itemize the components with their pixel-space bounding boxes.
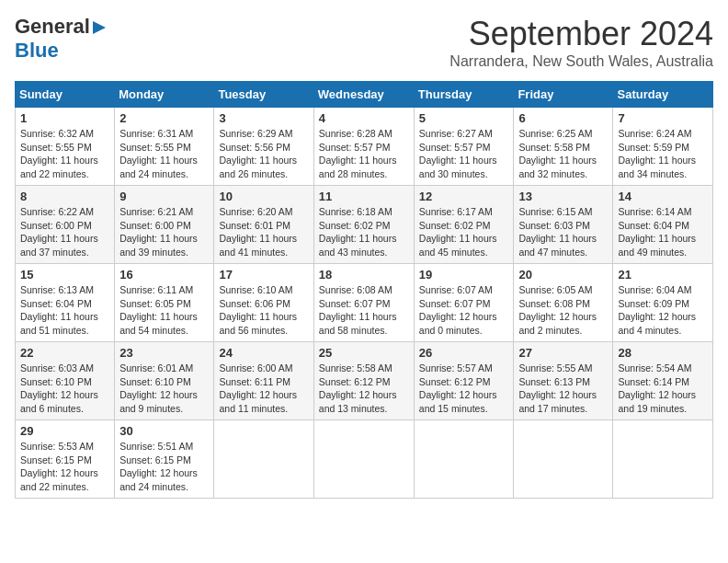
table-row: 11 Sunrise: 6:18 AM Sunset: 6:02 PM Dayl…	[313, 186, 414, 264]
table-row: 22 Sunrise: 6:03 AM Sunset: 6:10 PM Dayl…	[16, 342, 115, 420]
day-number: 16	[119, 268, 209, 282]
day-number: 8	[20, 190, 109, 203]
day-number: 28	[618, 346, 708, 360]
day-number: 17	[219, 268, 308, 282]
table-row	[514, 420, 613, 499]
day-info: Sunrise: 6:04 AM Sunset: 6:09 PM Dayligh…	[618, 283, 708, 338]
col-saturday: Saturday	[613, 82, 713, 108]
table-row: 7 Sunrise: 6:24 AM Sunset: 5:59 PM Dayli…	[613, 108, 713, 186]
day-info: Sunrise: 6:13 AM Sunset: 6:04 PM Dayligh…	[20, 283, 109, 338]
table-row: 15 Sunrise: 6:13 AM Sunset: 6:04 PM Dayl…	[16, 264, 115, 342]
day-number: 15	[20, 268, 109, 282]
calendar-week-row: 15 Sunrise: 6:13 AM Sunset: 6:04 PM Dayl…	[16, 264, 713, 342]
day-info: Sunrise: 6:18 AM Sunset: 6:02 PM Dayligh…	[319, 205, 409, 259]
day-info: Sunrise: 6:31 AM Sunset: 5:55 PM Dayligh…	[119, 127, 209, 181]
day-info: Sunrise: 6:11 AM Sunset: 6:05 PM Dayligh…	[119, 283, 209, 338]
calendar-week-row: 22 Sunrise: 6:03 AM Sunset: 6:10 PM Dayl…	[16, 342, 713, 420]
day-number: 18	[319, 268, 409, 282]
logo-blue-text: Blue	[15, 39, 59, 62]
day-info: Sunrise: 6:22 AM Sunset: 6:00 PM Dayligh…	[20, 205, 109, 259]
day-info: Sunrise: 5:58 AM Sunset: 6:12 PM Dayligh…	[319, 362, 409, 416]
day-number: 20	[518, 268, 608, 282]
logo: General Blue	[15, 15, 108, 63]
day-info: Sunrise: 6:20 AM Sunset: 6:01 PM Dayligh…	[219, 205, 308, 259]
day-info: Sunrise: 6:29 AM Sunset: 5:56 PM Dayligh…	[219, 127, 308, 181]
day-number: 29	[20, 424, 109, 438]
day-number: 10	[219, 190, 308, 203]
day-number: 14	[618, 190, 708, 203]
col-thursday: Thursday	[414, 82, 514, 108]
table-row: 13 Sunrise: 6:15 AM Sunset: 6:03 PM Dayl…	[514, 186, 613, 264]
day-number: 5	[419, 111, 509, 125]
table-row	[613, 420, 713, 499]
day-info: Sunrise: 6:17 AM Sunset: 6:02 PM Dayligh…	[419, 205, 509, 259]
day-info: Sunrise: 6:00 AM Sunset: 6:11 PM Dayligh…	[219, 362, 308, 416]
day-number: 12	[419, 190, 509, 203]
table-row	[214, 420, 313, 499]
table-row: 28 Sunrise: 5:54 AM Sunset: 6:14 PM Dayl…	[613, 342, 713, 420]
table-row: 9 Sunrise: 6:21 AM Sunset: 6:00 PM Dayli…	[115, 186, 214, 264]
day-number: 25	[319, 346, 409, 360]
day-info: Sunrise: 6:14 AM Sunset: 6:04 PM Dayligh…	[618, 205, 708, 259]
table-row: 10 Sunrise: 6:20 AM Sunset: 6:01 PM Dayl…	[214, 186, 313, 264]
day-number: 7	[618, 111, 708, 125]
day-number: 21	[618, 268, 708, 282]
table-row: 16 Sunrise: 6:11 AM Sunset: 6:05 PM Dayl…	[115, 264, 214, 342]
table-row: 1 Sunrise: 6:32 AM Sunset: 5:55 PM Dayli…	[16, 108, 115, 186]
day-number: 9	[119, 190, 209, 203]
table-row: 20 Sunrise: 6:05 AM Sunset: 6:08 PM Dayl…	[514, 264, 613, 342]
table-row: 18 Sunrise: 6:08 AM Sunset: 6:07 PM Dayl…	[313, 264, 414, 342]
table-row: 29 Sunrise: 5:53 AM Sunset: 6:15 PM Dayl…	[16, 420, 115, 499]
calendar-table: Sunday Monday Tuesday Wednesday Thursday…	[15, 81, 713, 499]
day-number: 26	[419, 346, 509, 360]
day-info: Sunrise: 5:54 AM Sunset: 6:14 PM Dayligh…	[618, 362, 708, 416]
day-info: Sunrise: 6:27 AM Sunset: 5:57 PM Dayligh…	[419, 127, 509, 181]
day-number: 2	[119, 111, 209, 125]
table-row: 12 Sunrise: 6:17 AM Sunset: 6:02 PM Dayl…	[414, 186, 514, 264]
title-section: September 2024 Narrandera, New South Wal…	[449, 15, 713, 70]
day-info: Sunrise: 5:51 AM Sunset: 6:15 PM Dayligh…	[119, 440, 209, 494]
col-sunday: Sunday	[16, 82, 115, 108]
calendar-header-row: Sunday Monday Tuesday Wednesday Thursday…	[16, 82, 713, 108]
day-number: 30	[119, 424, 209, 438]
table-row	[313, 420, 414, 499]
table-row: 23 Sunrise: 6:01 AM Sunset: 6:10 PM Dayl…	[115, 342, 214, 420]
table-row: 24 Sunrise: 6:00 AM Sunset: 6:11 PM Dayl…	[214, 342, 313, 420]
table-row: 19 Sunrise: 6:07 AM Sunset: 6:07 PM Dayl…	[414, 264, 514, 342]
calendar-week-row: 8 Sunrise: 6:22 AM Sunset: 6:00 PM Dayli…	[16, 186, 713, 264]
col-tuesday: Tuesday	[214, 82, 313, 108]
col-wednesday: Wednesday	[313, 82, 414, 108]
day-number: 19	[419, 268, 509, 282]
svg-marker-0	[93, 21, 106, 34]
table-row: 14 Sunrise: 6:14 AM Sunset: 6:04 PM Dayl…	[613, 186, 713, 264]
table-row: 8 Sunrise: 6:22 AM Sunset: 6:00 PM Dayli…	[16, 186, 115, 264]
day-info: Sunrise: 5:57 AM Sunset: 6:12 PM Dayligh…	[419, 362, 509, 416]
calendar-week-row: 29 Sunrise: 5:53 AM Sunset: 6:15 PM Dayl…	[16, 420, 713, 499]
day-number: 6	[518, 111, 608, 125]
day-info: Sunrise: 6:08 AM Sunset: 6:07 PM Dayligh…	[319, 283, 409, 338]
day-info: Sunrise: 5:53 AM Sunset: 6:15 PM Dayligh…	[20, 440, 109, 494]
month-title: September 2024	[449, 15, 713, 53]
calendar-week-row: 1 Sunrise: 6:32 AM Sunset: 5:55 PM Dayli…	[16, 108, 713, 186]
day-info: Sunrise: 6:05 AM Sunset: 6:08 PM Dayligh…	[518, 283, 608, 338]
day-info: Sunrise: 6:25 AM Sunset: 5:58 PM Dayligh…	[518, 127, 608, 181]
table-row: 25 Sunrise: 5:58 AM Sunset: 6:12 PM Dayl…	[313, 342, 414, 420]
table-row: 6 Sunrise: 6:25 AM Sunset: 5:58 PM Dayli…	[514, 108, 613, 186]
day-number: 13	[518, 190, 608, 203]
day-info: Sunrise: 6:01 AM Sunset: 6:10 PM Dayligh…	[119, 362, 209, 416]
table-row: 17 Sunrise: 6:10 AM Sunset: 6:06 PM Dayl…	[214, 264, 313, 342]
day-number: 1	[20, 111, 109, 125]
table-row: 21 Sunrise: 6:04 AM Sunset: 6:09 PM Dayl…	[613, 264, 713, 342]
table-row: 2 Sunrise: 6:31 AM Sunset: 5:55 PM Dayli…	[115, 108, 214, 186]
day-info: Sunrise: 6:24 AM Sunset: 5:59 PM Dayligh…	[618, 127, 708, 181]
table-row: 27 Sunrise: 5:55 AM Sunset: 6:13 PM Dayl…	[514, 342, 613, 420]
day-info: Sunrise: 6:28 AM Sunset: 5:57 PM Dayligh…	[319, 127, 409, 181]
day-info: Sunrise: 6:32 AM Sunset: 5:55 PM Dayligh…	[20, 127, 109, 181]
table-row: 26 Sunrise: 5:57 AM Sunset: 6:12 PM Dayl…	[414, 342, 514, 420]
table-row: 5 Sunrise: 6:27 AM Sunset: 5:57 PM Dayli…	[414, 108, 514, 186]
logo-text: General	[15, 15, 108, 39]
page-header: General Blue September 2024 Narrandera, …	[15, 15, 713, 70]
location: Narrandera, New South Wales, Australia	[449, 53, 713, 70]
col-monday: Monday	[115, 82, 214, 108]
day-info: Sunrise: 6:15 AM Sunset: 6:03 PM Dayligh…	[518, 205, 608, 259]
